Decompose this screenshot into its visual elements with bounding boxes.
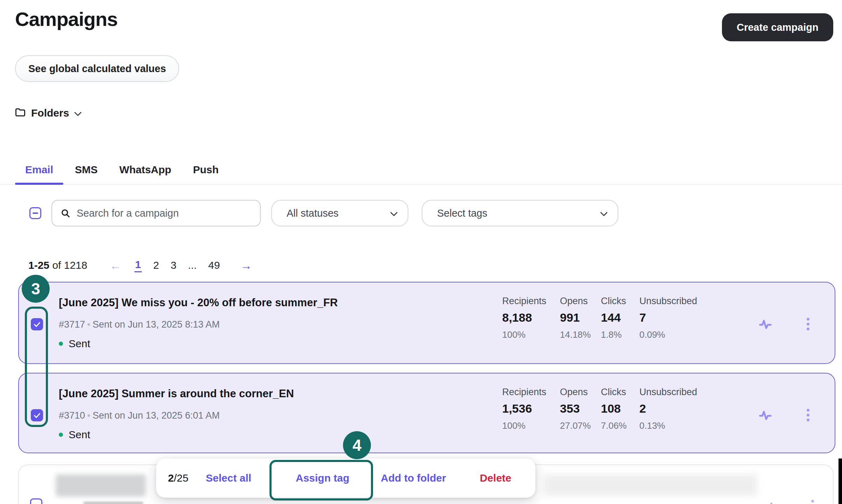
row-menu-kebab-icon: [807, 497, 818, 504]
page-49[interactable]: 49: [208, 259, 220, 271]
status-filter-dropdown[interactable]: All statuses: [271, 200, 408, 226]
channel-tabs: Email SMS WhatsApp Push: [0, 158, 842, 185]
report-pulse-icon[interactable]: [757, 407, 773, 423]
annotation-step-4: 4: [343, 431, 371, 459]
blurred-stats-placeholder: [544, 474, 757, 496]
assign-tag-button[interactable]: Assign tag: [296, 458, 349, 498]
pagination-ellipsis: ...: [188, 259, 197, 271]
page-2[interactable]: 2: [153, 259, 159, 271]
select-all-checkbox[interactable]: [29, 207, 41, 219]
annotation-step-3: 3: [22, 275, 50, 303]
status-filter-value: All statuses: [287, 208, 338, 219]
campaigns-page: Campaigns Create campaign See global cal…: [0, 0, 842, 504]
stat-recipients: Recipients 8,188 100%: [502, 296, 562, 340]
folders-label: Folders: [31, 107, 69, 119]
tab-sms[interactable]: SMS: [65, 158, 108, 184]
search-field-wrap: [51, 200, 261, 226]
chevron-down-icon: [600, 209, 608, 216]
status-badge: Sent: [59, 338, 90, 350]
row-menu-kebab-icon[interactable]: [803, 315, 813, 333]
blurred-meta-placeholder: [84, 502, 143, 504]
page-1[interactable]: 1: [134, 259, 142, 272]
add-to-folder-button[interactable]: Add to folder: [381, 458, 446, 498]
campaign-meta: #3717•Sent on Jun 13, 2025 8:13 AM: [59, 319, 220, 330]
tags-filter-value: Select tags: [437, 208, 487, 219]
create-campaign-button[interactable]: Create campaign: [722, 13, 833, 41]
status-dot-icon: [59, 342, 63, 346]
report-pulse-icon: [765, 499, 780, 504]
vertical-scrollbar[interactable]: [839, 458, 842, 504]
stat-unsubscribed: Unsubscribed 7 0.09%: [639, 296, 699, 340]
pagination-pages: 1 2 3 ... 49: [134, 259, 220, 272]
row-checkbox-checked[interactable]: [31, 318, 43, 330]
tags-filter-dropdown[interactable]: Select tags: [422, 200, 618, 226]
bulk-action-bar: 2/25 Select all Assign tag Add to folder…: [156, 458, 535, 498]
pagination: 1-25 of 1218 ← 1 2 3 ... 49 →: [28, 258, 87, 273]
row-menu-kebab-icon[interactable]: [803, 406, 813, 424]
blurred-title-placeholder: [56, 474, 146, 497]
row-checkbox-unchecked[interactable]: [30, 498, 42, 504]
global-calculated-values-button[interactable]: See global calculated values: [15, 55, 179, 82]
tab-push[interactable]: Push: [183, 158, 229, 184]
select-all-button[interactable]: Select all: [206, 458, 251, 498]
campaign-title: [June 2025] Summer is around the corner_…: [59, 387, 294, 400]
stat-unsubscribed: Unsubscribed 2 0.13%: [639, 387, 699, 431]
search-input[interactable]: [51, 200, 261, 226]
page-3[interactable]: 3: [170, 259, 176, 271]
check-icon: [33, 321, 41, 328]
check-icon: [33, 412, 41, 419]
folders-toggle[interactable]: Folders: [15, 105, 80, 121]
pagination-prev-icon[interactable]: ←: [110, 260, 121, 271]
tab-email[interactable]: Email: [15, 158, 63, 184]
page-title: Campaigns: [15, 8, 118, 30]
pagination-next-icon[interactable]: →: [240, 260, 252, 271]
stat-recipients: Recipients 1,536 100%: [502, 387, 562, 431]
selection-count: 2/25: [168, 458, 188, 498]
tab-whatsapp[interactable]: WhatsApp: [109, 158, 181, 184]
campaign-row[interactable]: [June 2025] Summer is around the corner_…: [18, 373, 835, 453]
delete-button[interactable]: Delete: [480, 458, 511, 498]
row-checkbox-checked[interactable]: [31, 409, 43, 421]
chevron-down-icon: [390, 209, 398, 216]
indeterminate-icon: [33, 212, 38, 214]
search-icon: [61, 208, 70, 218]
chevron-down-icon: [74, 108, 82, 116]
status-badge: Sent: [59, 429, 90, 441]
pagination-range: 1-25 of 1218: [28, 259, 87, 271]
campaign-meta: #3710•Sent on Jun 13, 2025 6:01 AM: [59, 410, 220, 421]
campaign-title: [June 2025] We miss you - 20% off before…: [59, 296, 338, 309]
folder-icon: [15, 107, 26, 119]
status-dot-icon: [59, 433, 63, 437]
campaign-row[interactable]: [June 2025] We miss you - 20% off before…: [18, 282, 835, 364]
report-pulse-icon[interactable]: [757, 316, 773, 332]
